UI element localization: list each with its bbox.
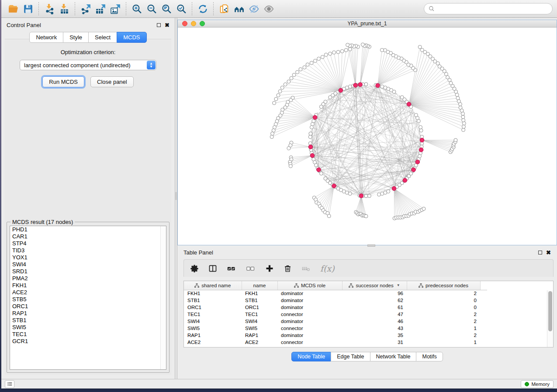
toolbar-separator: [38, 2, 39, 15]
zoom-in-icon[interactable]: [129, 2, 144, 16]
close-panel-icon[interactable]: ✖: [165, 23, 170, 27]
float-table-panel-icon[interactable]: [538, 251, 542, 254]
float-panel-icon[interactable]: [157, 23, 161, 27]
import-table-icon[interactable]: [57, 2, 72, 16]
mcds-result-item[interactable]: PHD1: [10, 226, 166, 233]
refresh-layout-icon[interactable]: [195, 2, 210, 16]
column-header-filler: [480, 281, 487, 290]
delete-column-icon[interactable]: [284, 263, 292, 274]
tab-network-table[interactable]: Network Table: [370, 352, 417, 361]
search-input[interactable]: [437, 6, 548, 12]
network-canvas[interactable]: [178, 28, 557, 245]
application-window: Control Panel ✖ NetworkStyleSelectMCDS O…: [1, 0, 557, 389]
export-image-icon[interactable]: [108, 2, 123, 16]
deselect-all-icon[interactable]: [246, 263, 256, 274]
mcds-result-item[interactable]: YOX1: [10, 254, 166, 261]
table-row[interactable]: STB1STB1dominator620: [184, 297, 487, 304]
column-header-MCDS-role[interactable]: MCDS role: [277, 281, 342, 290]
open-file-icon[interactable]: [6, 2, 21, 16]
mcds-result-item[interactable]: SWI5: [10, 324, 166, 331]
tab-select[interactable]: Select: [88, 32, 117, 43]
memory-status-icon: [525, 382, 529, 386]
horizontal-splitter-handle[interactable]: [367, 244, 375, 247]
import-network-icon[interactable]: [42, 2, 57, 16]
mcds-result-list[interactable]: PHD1CAR1STP4TID3YOX1SWI4SRD1PMA2FKH1ACE2…: [10, 226, 166, 370]
tab-network[interactable]: Network: [29, 32, 63, 43]
column-header-name[interactable]: name: [242, 281, 277, 290]
mcds-result-item[interactable]: ACE2: [10, 289, 166, 296]
optimization-criterion-label: Optimization criterion:: [5, 49, 171, 55]
list-scrollbar[interactable]: [160, 226, 166, 369]
table-scrollbar-thumb[interactable]: [548, 291, 552, 331]
memory-label: Memory: [531, 382, 550, 387]
table-row[interactable]: RAP1RAP1dominator352: [184, 332, 487, 339]
duplicate-network-icon[interactable]: [217, 2, 232, 16]
add-column-icon[interactable]: [265, 263, 274, 274]
mcds-result-item[interactable]: SWI4: [10, 261, 166, 268]
mcds-result-item[interactable]: GCR1: [10, 338, 166, 345]
column-header-successor-nodes[interactable]: successor nodes▼: [342, 281, 407, 290]
zoom-fit-icon[interactable]: [159, 2, 174, 16]
list-icon: [7, 381, 13, 387]
table-row[interactable]: TEC1TEC1connector472: [184, 311, 487, 318]
table-row[interactable]: YOX1YOX1connector291: [184, 346, 487, 347]
table-row[interactable]: FKH1FKH1dominator962: [184, 290, 487, 297]
mcds-result-item[interactable]: CAR1: [10, 233, 166, 240]
mcds-result-item[interactable]: STP4: [10, 240, 166, 247]
table-row[interactable]: ACE2ACE2connector311: [184, 339, 487, 346]
mcds-result-item[interactable]: TEC1: [10, 331, 166, 338]
control-panel-tabbar: NetworkStyleSelectMCDS: [1, 32, 175, 43]
memory-button[interactable]: Memory: [521, 380, 554, 388]
tab-node-table[interactable]: Node Table: [291, 352, 331, 361]
table-tabbar: Node TableEdge TableNetwork TableMotifs: [177, 352, 557, 361]
mcds-result-title: MCDS result (17 nodes): [10, 219, 75, 225]
hide-selected-icon[interactable]: [246, 2, 261, 16]
column-header-predecessor-nodes[interactable]: predecessor nodes: [407, 281, 480, 290]
close-panel-button[interactable]: Close panel: [90, 76, 134, 87]
mcds-result-item[interactable]: RAP1: [10, 310, 166, 317]
tab-style[interactable]: Style: [63, 32, 89, 43]
gear-icon[interactable]: [190, 263, 199, 274]
tab-motifs[interactable]: Motifs: [416, 352, 443, 361]
mcds-result-item[interactable]: PMA2: [10, 275, 166, 282]
table-row[interactable]: SWI4SWI4dominator462: [184, 318, 487, 325]
run-mcds-button[interactable]: Run MCDS: [42, 76, 84, 87]
export-table-icon[interactable]: [93, 2, 108, 16]
first-neighbors-icon[interactable]: [232, 2, 246, 16]
toolbar-separator: [126, 2, 126, 15]
show-all-icon[interactable]: [261, 2, 276, 16]
zoom-selected-icon[interactable]: [174, 2, 189, 16]
table-row[interactable]: ORC1ORC1dominator610: [184, 304, 487, 311]
function-builder-icon: f(x): [320, 263, 335, 274]
task-history-button[interactable]: [5, 380, 14, 388]
network-window-titlebar[interactable]: YPA_prune.txt_1: [178, 20, 557, 28]
mcds-result-item[interactable]: SRD1: [10, 268, 166, 275]
export-network-icon[interactable]: [78, 2, 93, 16]
mcds-result-item[interactable]: STB5: [10, 296, 166, 303]
network-view-window: YPA_prune.txt_1: [177, 20, 557, 245]
mcds-result-item[interactable]: TID3: [10, 247, 166, 254]
search-icon: [429, 6, 435, 12]
mcds-result-item[interactable]: ORC1: [10, 303, 166, 310]
table-panel: Table Panel ✖: [177, 245, 557, 379]
mcds-result-item[interactable]: FKH1: [10, 282, 166, 289]
column-header-shared-name[interactable]: shared name: [184, 281, 242, 290]
select-all-icon[interactable]: [227, 263, 236, 274]
node-table[interactable]: shared namenameMCDS rolesuccessor nodes▼…: [183, 281, 554, 347]
table-row[interactable]: SWI5SWI5connector431: [184, 325, 487, 332]
mcds-result-item[interactable]: STB1: [10, 317, 166, 324]
split-columns-icon[interactable]: [208, 263, 217, 274]
close-table-panel-icon[interactable]: ✖: [546, 251, 551, 254]
zoom-out-icon[interactable]: [144, 2, 159, 16]
delete-table-icon: [301, 263, 311, 274]
tab-edge-table[interactable]: Edge Table: [331, 352, 370, 361]
network-graph[interactable]: [178, 28, 557, 245]
mcds-tab-content: Optimization criterion: largest connecte…: [5, 39, 171, 375]
criterion-select[interactable]: largest connected component (undirected)…: [20, 60, 156, 70]
save-session-icon[interactable]: [21, 2, 35, 16]
table-scrollbar[interactable]: [547, 290, 553, 347]
toolbar-separator: [75, 2, 75, 15]
tab-mcds[interactable]: MCDS: [117, 32, 146, 43]
control-panel-title: Control Panel: [7, 22, 41, 28]
status-bar: Memory: [1, 379, 557, 389]
